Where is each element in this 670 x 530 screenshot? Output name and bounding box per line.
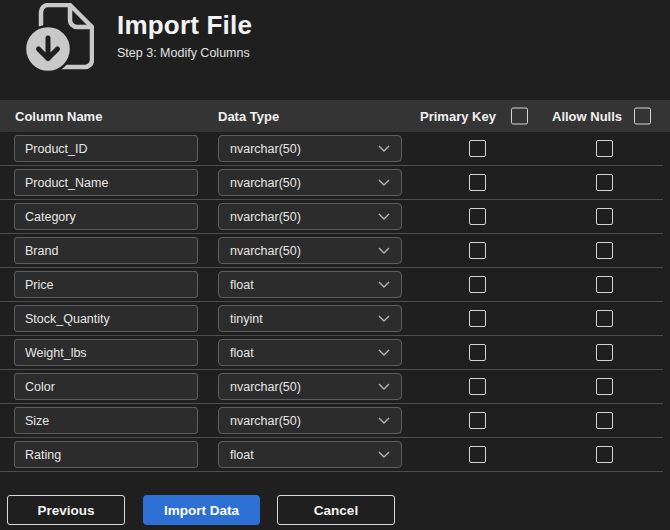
chevron-down-icon [378, 315, 390, 322]
column-name-input[interactable] [14, 407, 198, 434]
table-row: nvarchar(50) [0, 404, 663, 438]
chevron-down-icon [378, 145, 390, 152]
chevron-down-icon [378, 281, 390, 288]
column-name-input[interactable] [14, 441, 198, 468]
table-header: Column Name Data Type Primary Key Allow … [0, 100, 670, 132]
column-name-input[interactable] [14, 203, 198, 230]
table-row: nvarchar(50) [0, 370, 663, 404]
data-type-select[interactable]: tinyint [218, 305, 402, 332]
page-subtitle: Step 3: Modify Columns [117, 46, 252, 60]
column-name-input[interactable] [14, 271, 198, 298]
primary-key-checkbox[interactable] [469, 378, 486, 395]
allow-nulls-checkbox[interactable] [596, 140, 613, 157]
primary-key-checkbox[interactable] [469, 310, 486, 327]
chevron-down-icon [378, 349, 390, 356]
table-row: float [0, 336, 663, 370]
import-data-button[interactable]: Import Data [143, 495, 260, 525]
allow-nulls-checkbox[interactable] [596, 378, 613, 395]
data-type-value: nvarchar(50) [230, 176, 301, 190]
chevron-down-icon [378, 383, 390, 390]
previous-button[interactable]: Previous [7, 495, 125, 525]
table-row: nvarchar(50) [0, 200, 663, 234]
import-file-dialog: Import File Step 3: Modify Columns Colum… [0, 0, 670, 530]
primary-key-checkbox[interactable] [469, 344, 486, 361]
footer: Previous Import Data Cancel [0, 495, 670, 525]
column-name-input[interactable] [14, 305, 198, 332]
chevron-down-icon [378, 179, 390, 186]
chevron-down-icon [378, 451, 390, 458]
table-row: nvarchar(50) [0, 234, 663, 268]
data-type-value: float [230, 448, 254, 462]
cancel-button[interactable]: Cancel [277, 495, 395, 525]
table-row: float [0, 268, 663, 302]
primary-key-checkbox[interactable] [469, 446, 486, 463]
column-name-input[interactable] [14, 373, 198, 400]
data-type-select[interactable]: nvarchar(50) [218, 373, 402, 400]
page-header: Import File Step 3: Modify Columns [0, 0, 670, 100]
column-name-input[interactable] [14, 339, 198, 366]
allow-nulls-checkbox[interactable] [596, 174, 613, 191]
data-type-value: float [230, 278, 254, 292]
data-type-select[interactable]: nvarchar(50) [218, 135, 402, 162]
table-row: nvarchar(50) [0, 132, 663, 166]
primary-key-checkbox[interactable] [469, 412, 486, 429]
data-type-value: nvarchar(50) [230, 210, 301, 224]
allow-nulls-checkbox[interactable] [596, 446, 613, 463]
table-row: float [0, 438, 663, 472]
allow-nulls-checkbox[interactable] [596, 242, 613, 259]
table-row: tinyint [0, 302, 663, 336]
allow-nulls-checkbox[interactable] [596, 276, 613, 293]
data-type-select[interactable]: nvarchar(50) [218, 237, 402, 264]
primary-key-checkbox[interactable] [469, 174, 486, 191]
allow-nulls-header: Allow Nulls [552, 109, 622, 124]
data-type-value: nvarchar(50) [230, 414, 301, 428]
chevron-down-icon [378, 247, 390, 254]
primary-key-header: Primary Key [420, 109, 496, 124]
allow-nulls-checkbox[interactable] [596, 310, 613, 327]
file-import-icon [24, 3, 94, 73]
column-name-input[interactable] [14, 237, 198, 264]
primary-key-checkbox[interactable] [469, 208, 486, 225]
data-type-select[interactable]: float [218, 271, 402, 298]
data-type-select[interactable]: nvarchar(50) [218, 407, 402, 434]
chevron-down-icon [378, 213, 390, 220]
data-type-value: float [230, 346, 254, 360]
data-type-value: nvarchar(50) [230, 142, 301, 156]
data-type-select[interactable]: float [218, 441, 402, 468]
primary-key-checkbox[interactable] [469, 140, 486, 157]
table-body: nvarchar(50) nvarchar(50) [0, 132, 670, 472]
column-name-header: Column Name [15, 109, 102, 124]
primary-key-checkbox[interactable] [469, 242, 486, 259]
data-type-select[interactable]: nvarchar(50) [218, 203, 402, 230]
data-type-header: Data Type [218, 109, 279, 124]
allow-nulls-checkbox[interactable] [596, 412, 613, 429]
chevron-down-icon [378, 417, 390, 424]
data-type-value: nvarchar(50) [230, 380, 301, 394]
data-type-value: tinyint [230, 312, 263, 326]
title-block: Import File Step 3: Modify Columns [117, 10, 252, 60]
primary-key-select-all-checkbox[interactable] [511, 108, 528, 125]
column-name-input[interactable] [14, 135, 198, 162]
data-type-select[interactable]: float [218, 339, 402, 366]
table-row: nvarchar(50) [0, 166, 663, 200]
page-title: Import File [117, 10, 252, 40]
column-name-input[interactable] [14, 169, 198, 196]
allow-nulls-checkbox[interactable] [596, 344, 613, 361]
allow-nulls-checkbox[interactable] [596, 208, 613, 225]
data-type-value: nvarchar(50) [230, 244, 301, 258]
primary-key-checkbox[interactable] [469, 276, 486, 293]
data-type-select[interactable]: nvarchar(50) [218, 169, 402, 196]
allow-nulls-select-all-checkbox[interactable] [634, 108, 651, 125]
